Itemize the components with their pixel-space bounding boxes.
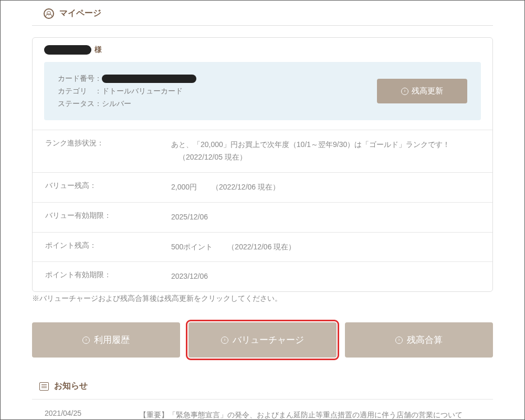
category-label: カテゴリ ： (58, 85, 102, 98)
card-number-label: カード番号： (58, 72, 102, 85)
detail-row: ポイント有効期限：2023/12/06 (33, 261, 492, 291)
detail-value: 500ポイント （2022/12/06 現在） (171, 241, 480, 254)
news-text: 【重要】「緊急事態宣言」の発令、およびまん延防止等重点措置の適用に伴う店舗の営業… (139, 409, 480, 420)
chevron-right-icon (401, 88, 408, 95)
greeting-suffix: 様 (94, 45, 102, 55)
detail-value: 2,000円 （2022/12/06 現在） (171, 181, 480, 194)
category-line: カテゴリ ： ドトールバリューカード (58, 85, 196, 98)
page-title: マイページ (59, 8, 101, 19)
card-info-lines: カード番号： カテゴリ ： ドトールバリューカード ステータス： シルバー (58, 72, 196, 110)
status-value: シルバー (102, 98, 131, 110)
detail-label: ポイント残高： (45, 241, 171, 254)
card-number-line: カード番号： (58, 72, 196, 85)
person-icon (44, 8, 54, 19)
detail-label: バリュー残高： (45, 181, 171, 194)
detail-row: バリュー残高：2,000円 （2022/12/06 現在） (33, 172, 492, 202)
balance-note: ※バリューチャージおよび残高合算後は残高更新をクリックしてください。 (32, 294, 493, 303)
news-icon (39, 382, 49, 391)
detail-row: ポイント残高：500ポイント （2022/12/06 現在） (33, 232, 492, 262)
detail-label: ランク進捗状況： (45, 139, 171, 164)
refresh-balance-label: 残高更新 (412, 86, 443, 96)
detail-row: バリュー有効期限：2025/12/06 (33, 202, 492, 232)
detail-label: バリュー有効期限： (45, 211, 171, 224)
news-heading: お知らせ (54, 381, 88, 392)
balance-merge-button[interactable]: 残高合算 (345, 322, 493, 358)
detail-label: ポイント有効期限： (45, 270, 171, 283)
greeting-row: 様 (33, 38, 492, 58)
action-buttons-row: 利用履歴 バリューチャージ 残高合算 (32, 322, 493, 358)
news-date: 2021/04/25 (45, 409, 139, 420)
chevron-right-icon (221, 337, 228, 344)
detail-row: ランク進捗状況：あと、「20,000」円お買上で次年度（10/1～翌年9/30）… (33, 130, 492, 172)
status-label: ステータス： (58, 98, 102, 110)
card-number-redacted (102, 75, 196, 83)
chevron-right-icon (82, 337, 90, 344)
detail-value: 2025/12/06 (171, 211, 480, 224)
user-name-redacted (44, 45, 91, 55)
card-info-panel: カード番号： カテゴリ ： ドトールバリューカード ステータス： シルバー 残高… (44, 62, 481, 120)
mypage-header: マイページ (32, 5, 493, 26)
page-container: マイページ 様 カード番号： カテゴリ ： ドトールバリューカード ステータス：… (0, 0, 525, 420)
detail-value: あと、「20,000」円お買上で次年度（10/1～翌年9/30）は「ゴールド」ラ… (171, 139, 480, 164)
detail-value: 2023/12/06 (171, 270, 480, 283)
balance-merge-label: 残高合算 (407, 334, 443, 346)
refresh-balance-button[interactable]: 残高更新 (377, 79, 467, 103)
news-item[interactable]: 2021/04/25【重要】「緊急事態宣言」の発令、およびまん延防止等重点措置の… (32, 399, 493, 420)
account-card: 様 カード番号： カテゴリ ： ドトールバリューカード ステータス： シルバー (32, 37, 493, 292)
value-charge-button[interactable]: バリューチャージ (188, 322, 337, 358)
chevron-right-icon (395, 337, 403, 344)
usage-history-button[interactable]: 利用履歴 (32, 322, 180, 358)
category-value: ドトールバリューカード (102, 85, 183, 98)
news-header: お知らせ (32, 381, 493, 392)
value-charge-label: バリューチャージ (233, 334, 304, 346)
usage-history-label: 利用履歴 (94, 334, 130, 346)
status-line: ステータス： シルバー (58, 98, 196, 110)
